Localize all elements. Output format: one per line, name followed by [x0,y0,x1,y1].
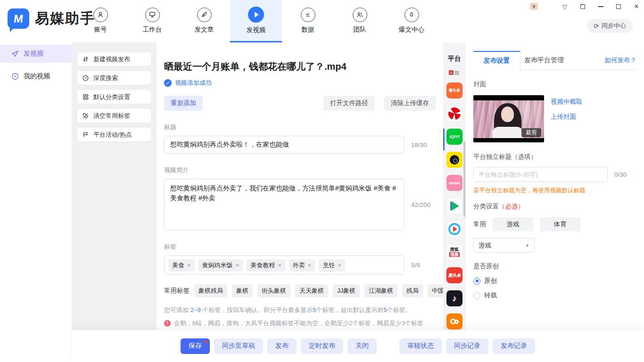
platform-icon-huitoutiao[interactable]: 惠头条 [446,267,462,283]
category-chip-game[interactable]: 游戏 [493,217,533,231]
remove-tag-icon[interactable]: × [187,262,191,269]
maximize-icon[interactable] [615,3,622,10]
how-to-publish-link[interactable]: 如何发布？ [605,56,637,65]
remove-tag-icon[interactable]: × [278,262,281,269]
tag-chip[interactable]: 外卖× [289,259,315,272]
selected-platform-indicator [443,129,445,150]
sync-to-draft-button[interactable]: 同步至草稿 [214,338,263,354]
close-button[interactable]: 关闭 [347,338,377,354]
save-button[interactable]: 保存 [181,338,210,354]
scheduled-publish-button[interactable]: 定时发布 [301,338,343,354]
nav-item-publish-article[interactable]: 发文章 [178,0,230,41]
platform-icon-bilibili[interactable]: bilibili [446,175,462,191]
popout-window-icon[interactable] [579,3,586,10]
publish-button[interactable]: 发布 [267,338,297,354]
flag-icon [82,131,89,138]
tool-button-label: 平台活动/热点 [93,131,132,139]
common-tag-chip[interactable]: 象棋残局 [194,284,227,297]
warning-icon: ! [164,320,171,327]
nav-label: 数据 [302,25,314,34]
open-file-path-button[interactable]: 打开文件路径 [323,96,375,111]
deep-search-button[interactable]: 深度搜索 [77,71,151,85]
radio-original[interactable]: 原创 [473,277,636,285]
crop-badge[interactable]: 裁剪 [521,128,541,137]
minimize-icon[interactable] [597,3,604,10]
nav-item-data[interactable]: 数据 [282,0,334,41]
platform-icon-iqiyi[interactable]: iQIYI [446,129,462,145]
nav-label: 团队 [354,25,366,34]
tag-chip[interactable]: 烹饪× [319,259,345,272]
common-tag-chip[interactable]: 象棋 [232,284,253,297]
readd-video-button[interactable]: 重新添加 [164,96,203,111]
video-icon [248,7,264,23]
nav-item-team[interactable]: 团队 [334,0,386,41]
kuaishou-goggles-glyph [450,319,459,324]
nav-item-workbench[interactable]: 工作台 [126,0,178,41]
remove-tag-icon[interactable]: × [236,262,239,269]
common-tag-chip[interactable]: 天天象棋 [295,284,328,297]
collapse-window-icon[interactable]: ▽ [561,3,569,10]
close-icon[interactable]: × [633,3,640,10]
platform-icon-qutoutiao[interactable]: 趣头条 [446,82,462,99]
platform-icon-ifeng[interactable] [446,106,462,122]
tencent-play-glyph [452,201,459,211]
common-tags-label: 常用标签 [164,287,190,295]
common-tag-chip[interactable]: 街头象棋 [257,284,290,297]
nav-item-publish-video[interactable]: 发视频 [230,0,282,41]
platform-icon-haokan[interactable] [446,221,462,237]
sidebar-item-my-videos[interactable]: 我的视频 [0,67,72,85]
capture-from-video-link[interactable]: 视频中截取 [551,98,583,106]
logo-letter: M [13,12,24,25]
tab-platform-management[interactable]: 发布平台管理 [520,51,568,70]
tags-input[interactable]: 美食× 黄焖鸡米饭× 美食教程× 外卖× 烹饪× [164,255,405,275]
tray-mark: v [533,4,536,9]
remove-tag-icon[interactable]: × [338,262,341,269]
nav-item-hot-center[interactable]: 爆文中心 [386,0,438,41]
tab-publish-settings[interactable]: 发布设置 [473,51,520,70]
tag-chip[interactable]: 美食× [168,259,195,272]
title-input[interactable] [164,136,405,154]
common-tag-chip[interactable]: JJ象棋 [333,284,360,297]
upload-cover-link[interactable]: 上传封面 [551,113,583,121]
radio-button-unchecked[interactable] [473,292,480,299]
cover-thumbnail[interactable]: 裁剪 [473,95,544,142]
tag-chip[interactable]: 美食教程× [247,259,285,272]
platform-icon-kuaishou[interactable] [446,313,462,329]
common-tag-chip[interactable]: 江湖象棋 [364,284,397,297]
clear-upload-cache-button[interactable]: 清除上传缓存 [384,96,436,111]
tag-chip[interactable]: 黄焖鸡米饭× [198,259,243,272]
description-counter: 42/200 [411,201,430,208]
sidebar-item-publish-video[interactable]: 发视频 [0,45,72,63]
independent-title-counter: 0/30 [614,171,627,178]
publish-records-button[interactable]: 发布记录 [493,338,535,354]
nav-item-account[interactable]: 账号 [74,0,126,41]
sync-records-button[interactable]: 同步记录 [446,338,488,354]
account-icon [93,8,108,22]
platform-icon-camera-yellow[interactable] [446,152,462,168]
new-video-publish-button[interactable]: 新建视频发布 [77,52,151,66]
category-select[interactable]: 游戏 ▼ [473,238,535,253]
common-tag-chip[interactable]: 残局 [402,284,423,297]
platform-icon-tencent-video[interactable] [446,198,462,214]
platform-activity-button[interactable]: 平台活动/热点 [77,128,151,141]
review-status-button[interactable]: 审核状态 [399,338,442,354]
category-chip-sports[interactable]: 体育 [540,217,580,231]
tag-label: 外卖 [293,261,305,270]
radio-button-checked[interactable] [473,278,480,285]
remove-tag-icon[interactable]: × [308,262,312,269]
title-counter: 18/30 [411,141,427,148]
platform-icon-douyin[interactable]: ♪ [446,290,462,306]
clear-common-tags-button[interactable]: 清空常用标签 [77,109,151,123]
cover-label: 封面 [473,80,636,89]
platform-rail-scrollbar[interactable] [463,141,465,217]
radio-repost[interactable]: 转载 [473,291,636,300]
sync-center-button[interactable]: ⟳ 同步中心 [587,19,633,33]
default-category-button[interactable]: 默认分类设置 [77,90,151,104]
platform-icon-sohu-video[interactable]: 搜狐视频 [446,244,462,260]
nav-label: 发视频 [247,26,266,34]
description-textarea[interactable]: 想吃黄焖鸡别再点外卖了，我们在家也能做，方法很简单#黄焖鸡米饭 #美食 #美食教… [164,179,405,230]
upload-status-label: 视频添加成功 [175,79,212,87]
platform-icon-mini-logo[interactable]: 5 [449,70,460,75]
independent-title-input[interactable] [473,167,608,182]
tool-button-label: 深度搜索 [93,74,118,82]
